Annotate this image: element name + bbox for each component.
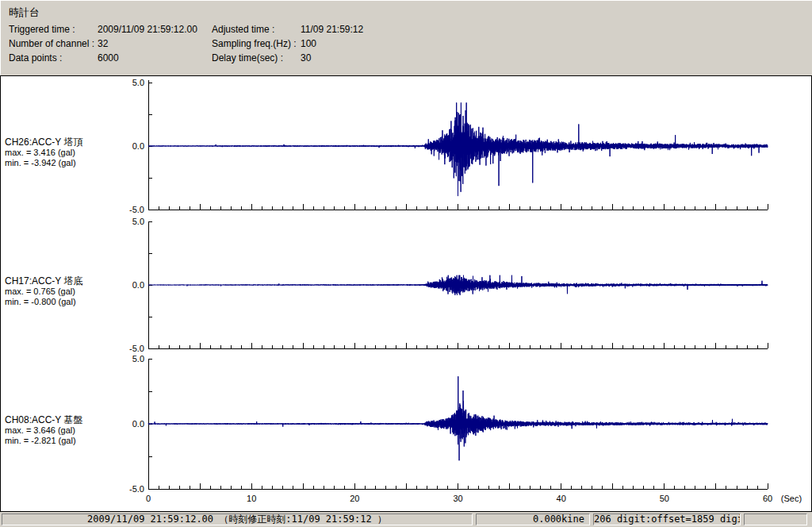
channel-min: min. = -0.800 (gal) <box>5 297 147 307</box>
field-value-delay-time: 30 <box>301 52 812 63</box>
field-value-number-of-channel: 32 <box>98 38 212 49</box>
field-label-sampling-freq: Sampling freq.(Hz) : <box>212 38 301 49</box>
x-tick-label: 0 <box>146 494 151 503</box>
field-value-triggered-time: 2009/11/09 21:59:12.00 <box>98 24 212 35</box>
field-label-data-points: Data points : <box>9 52 98 63</box>
status-empty-panel <box>744 514 807 525</box>
status-digit-panel: 206 digit:offset=1859 digit <box>593 514 741 525</box>
field-value-data-points: 6000 <box>98 52 212 63</box>
y-tick-label: -5.0 <box>129 344 144 353</box>
channel-info-ch26: CH26:ACC-Y 塔頂 max. = 3.416 (gal) min. = … <box>5 137 147 167</box>
y-tick-label: 5.0 <box>132 78 144 87</box>
info-header: 時計台 Triggered time : 2009/11/09 21:59:12… <box>0 0 812 75</box>
info-grid: Triggered time : 2009/11/09 21:59:12.00 … <box>9 22 812 65</box>
status-kine-panel: 0.000kine <box>476 514 590 525</box>
y-tick-label: -5.0 <box>129 484 144 494</box>
x-tick-label: 30 <box>453 494 462 503</box>
field-value-sampling-freq: 100 <box>301 38 812 49</box>
field-value-adjusted-time: 11/09 21:59:12 <box>301 24 812 35</box>
channel-info-ch08: CH08:ACC-Y 基盤 max. = 3.646 (gal) min. = … <box>5 414 147 445</box>
x-tick-label: 60 <box>763 494 772 503</box>
channel-label: CH26:ACC-Y 塔頂 <box>5 137 147 148</box>
field-label-triggered-time: Triggered time : <box>9 24 98 35</box>
x-tick-label: 40 <box>557 494 566 503</box>
waveform-trace-2 <box>148 376 768 460</box>
y-tick-label: -5.0 <box>129 205 144 214</box>
channel-max: max. = 3.416 (gal) <box>5 148 147 158</box>
channel-label: CH08:ACC-Y 基盤 <box>5 414 147 425</box>
channel-label: CH17:ACC-Y 塔底 <box>5 275 147 287</box>
field-label-number-of-channel: Number of channel : <box>9 38 98 49</box>
channel-info-ch17: CH17:ACC-Y 塔底 max. = 0.765 (gal) min. = … <box>5 275 147 306</box>
channel-max: max. = 0.765 (gal) <box>5 287 147 297</box>
channel-min: min. = -3.942 (gal) <box>5 158 147 168</box>
status-bar: 2009/11/09 21:59:12.00 （時刻修正時刻:11/09 21:… <box>0 512 812 527</box>
x-tick-label: 10 <box>247 494 256 503</box>
site-title: 時計台 <box>9 6 812 19</box>
x-axis-unit-label: (Sec) <box>781 494 802 503</box>
status-time-panel: 2009/11/09 21:59:12.00 （時刻修正時刻:11/09 21:… <box>2 514 473 525</box>
waveform-panel: 5.00.0-5.05.00.0-5.05.00.0-5.00102030405… <box>0 75 812 512</box>
x-tick-label: 50 <box>660 494 669 503</box>
waveform-trace-1 <box>148 275 768 295</box>
channel-max: max. = 3.646 (gal) <box>5 425 147 436</box>
y-tick-label: 5.0 <box>132 354 144 364</box>
x-tick-label: 20 <box>350 494 359 503</box>
field-label-adjusted-time: Adjusted time : <box>212 24 301 35</box>
field-label-delay-time: Delay time(sec) : <box>212 52 301 63</box>
waveform-trace-0 <box>148 102 768 196</box>
channel-min: min. = -2.821 (gal) <box>5 436 147 446</box>
y-tick-label: 5.0 <box>132 217 144 226</box>
